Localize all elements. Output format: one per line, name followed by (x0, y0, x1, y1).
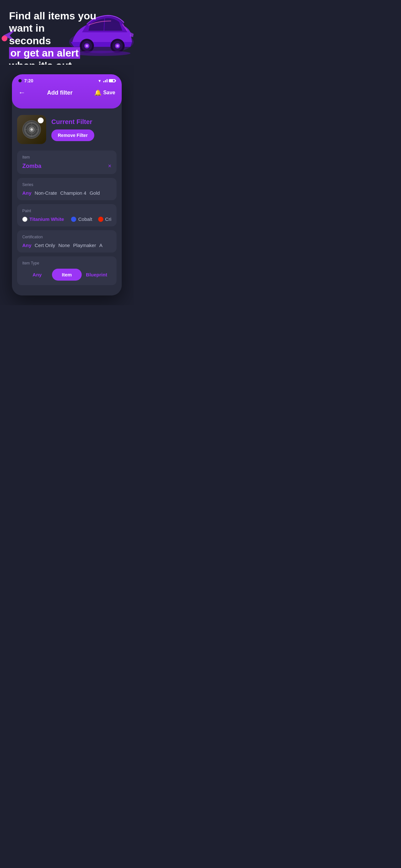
item-type-field: Item Type Any Item Blueprint (17, 256, 117, 285)
series-chip-any[interactable]: Any (22, 190, 31, 196)
signal-bars-icon (103, 79, 107, 82)
svg-point-17 (30, 128, 33, 131)
signal-bar-3 (106, 79, 107, 82)
status-time-group: 7:20 (19, 78, 33, 83)
remove-filter-button[interactable]: Remove Filter (51, 129, 94, 141)
cert-chip-none[interactable]: None (58, 243, 70, 248)
hero-line1: Find all items you (9, 10, 96, 22)
series-chip-noncrate[interactable]: Non-Crate (35, 190, 57, 196)
filter-item-image (17, 115, 46, 144)
back-button[interactable]: ← (19, 89, 26, 97)
current-filter-label: Current Filter (51, 118, 117, 126)
hero-title: Find all items you want in seconds or ge… (9, 10, 134, 65)
certification-chips-row: Any Cert Only None Playmaker A (22, 243, 112, 248)
status-bar: 7:20 ▾ (12, 74, 122, 86)
item-field-label: Item (22, 155, 112, 159)
item-type-tab-item[interactable]: Item (52, 269, 82, 281)
item-type-field-label: Item Type (22, 261, 112, 266)
signal-bar-1 (103, 81, 104, 82)
current-filter-section: Current Filter Remove Filter (17, 115, 117, 144)
paint-chip-titaniumwhite[interactable]: Titanium White (22, 216, 64, 222)
battery-fill (110, 80, 113, 82)
series-field-label: Series (22, 182, 112, 187)
phone-wrapper: 7:20 ▾ (0, 74, 134, 305)
cert-chip-certonly[interactable]: Cert Only (35, 243, 55, 248)
zomba-wheel-svg (22, 120, 41, 139)
phone-content: Current Filter Remove Filter Item Zomba … (12, 108, 122, 296)
cobalt-dot (71, 217, 76, 222)
cobalt-label: Cobalt (78, 216, 92, 222)
item-type-tabs: Any Item Blueprint (22, 269, 112, 281)
paint-options-row: Titanium White Cobalt Cri... (22, 216, 112, 222)
nav-title: Add filter (47, 89, 73, 96)
crimson-label: Cri... (105, 216, 112, 222)
status-dot (19, 79, 22, 82)
item-type-tab-blueprint[interactable]: Blueprint (82, 269, 112, 281)
cert-chip-a[interactable]: A (99, 243, 102, 248)
phone-header: 7:20 ▾ (12, 74, 122, 108)
series-field: Series Any Non-Crate Champion 4 Gold (17, 178, 117, 200)
crimson-dot (98, 217, 103, 222)
titanium-white-dot (22, 217, 27, 222)
paint-chip-cobalt[interactable]: Cobalt (71, 216, 92, 222)
cert-chip-playmaker[interactable]: Playmaker (73, 243, 96, 248)
save-label: Save (103, 90, 115, 96)
hero-line5: when it's out (9, 60, 72, 65)
paint-chip-crimson[interactable]: Cri... (98, 216, 112, 222)
cert-chip-any[interactable]: Any (22, 243, 31, 248)
hero-line4: seconds (9, 35, 51, 46)
certification-field: Certification Any Cert Only None Playmak… (17, 230, 117, 252)
hero-highlight: or get an alert (9, 47, 80, 59)
save-button[interactable]: 🔔 Save (94, 89, 115, 96)
item-clear-icon[interactable]: × (108, 163, 112, 169)
hero-section: Find all items you want in seconds or ge… (0, 0, 134, 65)
paint-field: Paint Titanium White Cobalt Cri... (17, 204, 117, 226)
deco-circle (2, 35, 7, 41)
signal-bar-2 (105, 80, 106, 82)
series-chip-champion4[interactable]: Champion 4 (60, 190, 87, 196)
item-type-tab-any[interactable]: Any (22, 269, 52, 281)
wifi-icon: ▾ (98, 78, 101, 83)
series-chip-gold[interactable]: Gold (89, 190, 100, 196)
phone-mockup: 7:20 ▾ (12, 74, 122, 296)
bell-icon: 🔔 (94, 89, 101, 96)
status-time-text: 7:20 (24, 78, 33, 83)
item-field: Item Zomba × (17, 151, 117, 174)
filter-info: Current Filter Remove Filter (51, 118, 117, 141)
hero-text-block: Find all items you want in seconds or ge… (9, 10, 134, 65)
filter-image-circle (38, 118, 43, 123)
certification-field-label: Certification (22, 235, 112, 239)
nav-bar: ← Add filter 🔔 Save (12, 86, 122, 102)
series-chips-row: Any Non-Crate Champion 4 Gold (22, 190, 112, 196)
battery-icon (109, 79, 115, 82)
item-field-value: Zomba × (22, 163, 112, 169)
status-icons: ▾ (98, 78, 115, 83)
item-field-text: Zomba (22, 163, 41, 169)
paint-field-label: Paint (22, 209, 112, 213)
hero-line2: want in (9, 22, 44, 34)
titanium-white-label: Titanium White (29, 216, 64, 222)
